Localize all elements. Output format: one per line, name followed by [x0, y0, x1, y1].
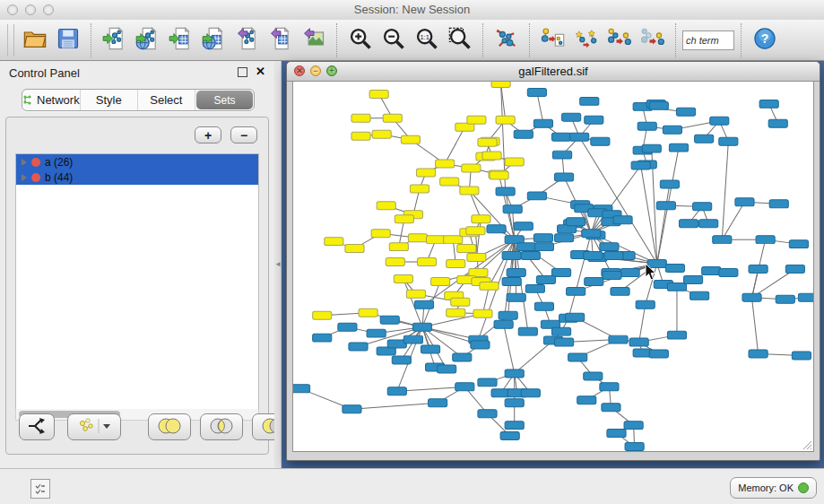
graph-node[interactable] — [611, 287, 629, 295]
graph-node[interactable] — [505, 369, 524, 378]
save-button[interactable] — [51, 23, 84, 57]
graph-node[interactable] — [776, 295, 794, 303]
graph-node[interactable] — [713, 236, 732, 244]
graph-node[interactable] — [555, 234, 574, 242]
graph-node[interactable] — [466, 227, 485, 235]
graph-node[interactable] — [447, 308, 465, 317]
graph-node[interactable] — [351, 114, 370, 122]
help-button[interactable]: ? — [748, 23, 781, 57]
set-list[interactable]: a (26)b (44) — [15, 153, 259, 411]
graph-node[interactable] — [631, 161, 650, 169]
graph-node[interactable] — [580, 97, 599, 105]
task-history-button[interactable] — [30, 479, 50, 499]
graph-node[interactable] — [768, 119, 787, 127]
graph-node[interactable] — [389, 243, 408, 251]
graph-node[interactable] — [656, 202, 675, 210]
graph-node[interactable] — [387, 387, 406, 395]
zoom-selected-button[interactable] — [443, 23, 476, 57]
graph-node[interactable] — [447, 260, 465, 268]
graph-node[interactable] — [534, 243, 553, 251]
graph-node[interactable] — [684, 275, 703, 283]
graph-node[interactable] — [676, 108, 695, 116]
create-set-from-network-button[interactable] — [67, 413, 121, 440]
graph-node[interactable] — [749, 350, 768, 358]
set-list-item[interactable]: b (44) — [16, 169, 258, 185]
graph-node[interactable] — [496, 116, 515, 124]
graph-node[interactable] — [491, 82, 510, 87]
graph-node[interactable] — [380, 316, 399, 324]
graph-node[interactable] — [600, 243, 619, 251]
graph-node[interactable] — [690, 291, 709, 300]
graph-node[interactable] — [566, 313, 585, 321]
graph-node[interactable] — [359, 308, 377, 317]
hide-selected-button[interactable] — [603, 23, 636, 57]
graph-node[interactable] — [462, 164, 481, 172]
graph-node[interactable] — [460, 187, 479, 195]
graph-node[interactable] — [503, 205, 522, 213]
set-list-item[interactable]: a (26) — [16, 154, 258, 169]
graph-node[interactable] — [490, 171, 508, 179]
venn-union-button[interactable] — [148, 413, 191, 440]
graph-node[interactable] — [325, 238, 343, 246]
graph-node[interactable] — [577, 396, 596, 404]
graph-node[interactable] — [472, 215, 490, 223]
show-all-button[interactable] — [636, 23, 669, 57]
graph-node[interactable] — [471, 341, 490, 349]
graph-node[interactable] — [455, 383, 474, 391]
graph-node[interactable] — [478, 138, 497, 146]
graph-node[interactable] — [735, 198, 754, 206]
graph-node[interactable] — [604, 252, 623, 260]
zoom-in-button[interactable] — [343, 23, 377, 57]
graph-node[interactable] — [669, 143, 688, 152]
graph-node[interactable] — [693, 203, 712, 211]
tab-sets[interactable]: Sets — [196, 91, 253, 109]
export-network-button[interactable] — [230, 23, 264, 57]
graph-node[interactable] — [649, 101, 668, 109]
graph-node[interactable] — [562, 113, 581, 121]
graph-node[interactable] — [505, 421, 524, 430]
graph-node[interactable] — [401, 135, 420, 143]
graph-node[interactable] — [769, 200, 788, 208]
split-sets-button[interactable] — [19, 413, 55, 440]
graph-node[interactable] — [699, 220, 718, 228]
graph-node[interactable] — [602, 404, 620, 412]
graph-node[interactable] — [514, 222, 533, 230]
graph-node[interactable] — [293, 385, 310, 393]
graph-node[interactable] — [665, 265, 684, 273]
graph-node[interactable] — [349, 343, 368, 351]
graph-node[interactable] — [406, 290, 425, 298]
graph-node[interactable] — [505, 158, 524, 166]
graph-node[interactable] — [518, 327, 537, 335]
graph-node[interactable] — [555, 173, 574, 181]
graph-node[interactable] — [567, 218, 585, 226]
graph-node[interactable] — [496, 187, 515, 196]
graph-node[interactable] — [500, 432, 519, 440]
tab-network[interactable]: Network — [22, 90, 81, 110]
export-table-button[interactable] — [264, 23, 297, 57]
graph-node[interactable] — [313, 311, 332, 319]
graph-node[interactable] — [414, 300, 433, 308]
splitter-collapse-icon[interactable]: ◄ — [274, 260, 282, 268]
graph-node[interactable] — [343, 405, 361, 413]
graph-node[interactable] — [570, 133, 589, 141]
graph-node[interactable] — [351, 132, 370, 140]
graph-node[interactable] — [421, 345, 439, 353]
graph-node[interactable] — [431, 277, 450, 285]
import-table-file-button[interactable] — [164, 23, 197, 57]
close-panel-icon[interactable]: ✕ — [256, 65, 265, 78]
graph-node[interactable] — [584, 252, 603, 260]
graph-node[interactable] — [667, 331, 686, 339]
graph-node[interactable] — [629, 338, 648, 346]
graph-node[interactable] — [710, 117, 729, 125]
graph-node[interactable] — [749, 265, 768, 274]
graph-node[interactable] — [514, 130, 533, 138]
graph-node[interactable] — [395, 215, 413, 223]
graph-node[interactable] — [527, 192, 546, 200]
graph-node[interactable] — [585, 277, 603, 285]
graph-node[interactable] — [663, 126, 681, 134]
graph-node[interactable] — [660, 180, 679, 188]
graph-node[interactable] — [521, 389, 540, 397]
graph-node[interactable] — [403, 335, 422, 343]
graph-node[interactable] — [502, 252, 521, 260]
graph-node[interactable] — [625, 443, 644, 451]
